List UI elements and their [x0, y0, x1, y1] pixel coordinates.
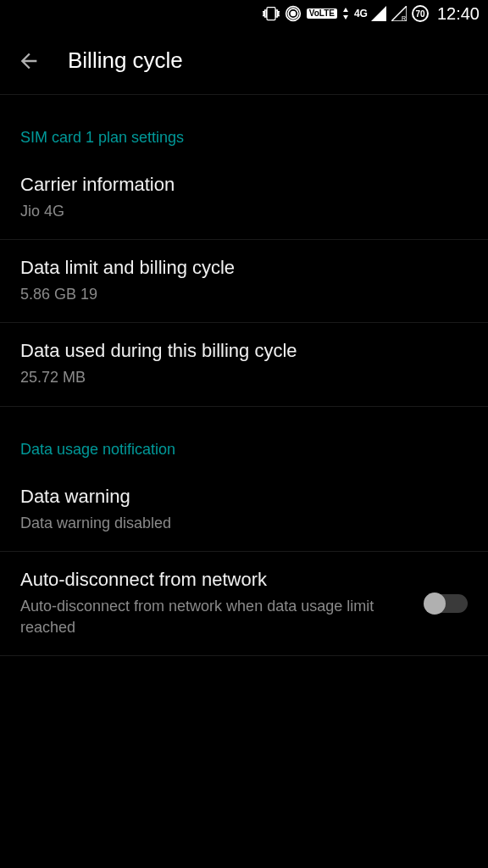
item-title: Carrier information [20, 174, 468, 196]
volte-badge: VoLTE [307, 8, 337, 19]
item-subtitle: Auto-disconnect from network when data u… [20, 596, 408, 638]
svg-text:R: R [402, 15, 406, 21]
item-title: Data used during this billing cycle [20, 340, 468, 362]
network-4g-label: 4G [354, 8, 368, 19]
app-bar: Billing cycle [0, 27, 488, 95]
svg-point-0 [291, 12, 295, 16]
list-item-carrier-information[interactable]: Carrier information Jio 4G [0, 157, 488, 240]
auto-disconnect-toggle[interactable] [425, 594, 468, 613]
hotspot-icon [285, 5, 302, 22]
item-title: Data warning [20, 486, 468, 508]
list-item-data-used[interactable]: Data used during this billing cycle 25.7… [0, 323, 488, 406]
item-subtitle: 25.72 MB [20, 367, 468, 388]
content-area: SIM card 1 plan settings Carrier informa… [0, 95, 488, 656]
section-header-data-usage-notification: Data usage notification [0, 424, 488, 469]
network-4g-indicator [342, 5, 349, 22]
signal-icon-2: R [391, 5, 407, 22]
page-title: Billing cycle [68, 47, 183, 74]
toggle-thumb [424, 593, 446, 615]
svg-marker-5 [371, 6, 386, 21]
item-title: Data limit and billing cycle [20, 257, 468, 279]
back-arrow-icon[interactable] [17, 49, 41, 73]
status-time: 12:40 [437, 4, 480, 24]
svg-marker-3 [343, 8, 348, 12]
item-title: Auto-disconnect from network [20, 569, 408, 591]
vibrate-icon [263, 5, 280, 22]
battery-percent: 70 [415, 9, 424, 19]
svg-marker-4 [343, 15, 348, 19]
list-item-data-limit[interactable]: Data limit and billing cycle 5.86 GB 19 [0, 240, 488, 323]
item-subtitle: 5.86 GB 19 [20, 284, 468, 305]
item-subtitle: Data warning disabled [20, 513, 468, 534]
battery-icon: 70 [412, 5, 429, 22]
signal-icon-1 [371, 5, 386, 22]
list-item-data-warning[interactable]: Data warning Data warning disabled [0, 469, 488, 552]
status-bar: VoLTE 4G R 70 12:40 [0, 0, 488, 27]
list-item-auto-disconnect[interactable]: Auto-disconnect from network Auto-discon… [0, 552, 488, 656]
section-header-plan-settings: SIM card 1 plan settings [0, 112, 488, 157]
item-subtitle: Jio 4G [20, 201, 468, 222]
